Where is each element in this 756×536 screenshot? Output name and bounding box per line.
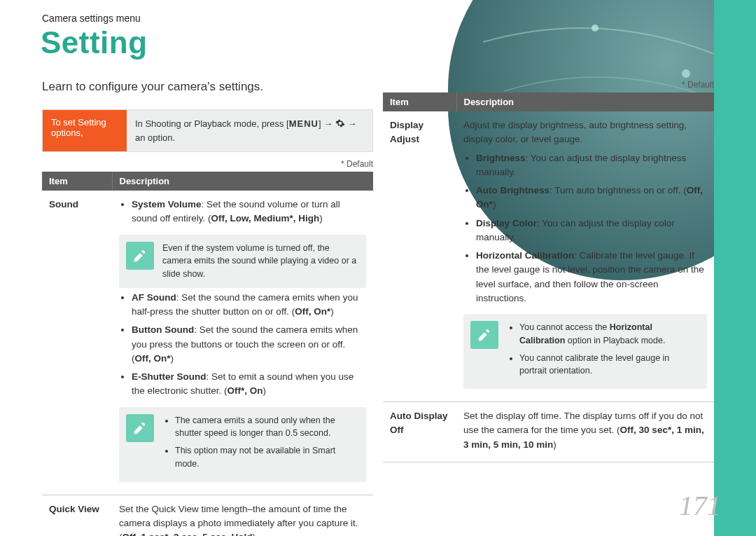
- pre: You cannot calibrate the level gauge in …: [519, 353, 669, 376]
- menu-key-icon: MENU: [289, 118, 318, 129]
- desc-quickview: Set the Quick View time length–the amoun…: [112, 495, 373, 536]
- setbox-mid: ] →: [318, 118, 335, 129]
- breadcrumb: Camera settings menu: [0, 0, 756, 24]
- setbox-pre: In Shooting or Playback mode, press [: [135, 118, 289, 129]
- note-text: Even if the system volume is turned off,…: [162, 243, 356, 280]
- lead-text: Adjust the display brightness, auto brig…: [463, 118, 707, 147]
- note-li: You cannot access the Horizontal Calibra…: [519, 321, 699, 348]
- label: System Volume: [132, 199, 202, 209]
- note-box: Even if the system volume is turned off,…: [119, 235, 366, 288]
- opts: Off, On*: [295, 306, 330, 317]
- label: Brightness: [476, 153, 526, 163]
- intro-text: Learn to configure your camera's setting…: [42, 80, 373, 94]
- table-row: Auto Display Off Set the display off tim…: [383, 402, 714, 462]
- gear-icon: [335, 117, 345, 131]
- opts: Off, On*: [135, 353, 171, 364]
- text: : Turn auto brightness on or off. (: [550, 185, 687, 195]
- tail: ): [171, 353, 174, 364]
- desc-display-adjust: Adjust the display brightness, auto brig…: [456, 111, 714, 402]
- tail: ): [493, 199, 496, 209]
- item-sound: Sound: [42, 191, 112, 495]
- th-item: Item: [383, 92, 456, 111]
- tail: ): [553, 439, 556, 450]
- set-options-body: In Shooting or Playback mode, press [MEN…: [127, 110, 372, 151]
- table-row: Display Adjust Adjust the display bright…: [383, 111, 714, 402]
- pen-icon: [126, 242, 154, 270]
- tail: ): [330, 306, 334, 317]
- desc-auto-display-off: Set the display off time. The display tu…: [456, 402, 714, 462]
- item-quickview: Quick View: [42, 495, 112, 536]
- page-title: Setting: [0, 24, 756, 60]
- opts: Off, Low, Medium*, High: [211, 213, 320, 224]
- right-options-table: Item Description Display Adjust Adjust t…: [383, 92, 714, 462]
- table-row: Sound System Volume: Set the sound volum…: [42, 191, 373, 495]
- set-options-label: To set Setting options,: [43, 110, 127, 151]
- opts: Off*, On: [227, 385, 263, 396]
- pen-icon: [126, 414, 154, 442]
- note-li: The camera emits a sound only when the s…: [175, 414, 358, 441]
- desc-sound: System Volume: Set the sound volume or t…: [112, 191, 373, 495]
- tail: ): [263, 385, 267, 396]
- note-li: This option may not be available in Smar…: [175, 444, 358, 471]
- item-auto-display-off: Auto Display Off: [383, 402, 456, 462]
- label: Display Color: [476, 218, 537, 228]
- opts: Off, 1 sec*, 3 sec, 5 sec, Hold: [122, 532, 253, 536]
- label: E-Shutter Sound: [132, 371, 206, 382]
- default-note-right: * Default: [383, 80, 714, 90]
- default-note-left: * Default: [42, 159, 373, 169]
- label: Horizontal Calibration: [476, 250, 574, 261]
- post: option in Playback mode.: [565, 336, 665, 345]
- note-box: The camera emits a sound only when the s…: [119, 407, 366, 482]
- tail: ): [253, 532, 256, 536]
- label: Auto Brightness: [476, 185, 550, 195]
- item-display-adjust: Display Adjust: [383, 111, 456, 402]
- label: AF Sound: [132, 292, 176, 303]
- note-li: You cannot calibrate the level gauge in …: [519, 352, 699, 378]
- note-box: You cannot access the Horizontal Calibra…: [463, 314, 707, 389]
- pre: You cannot access the: [519, 322, 610, 332]
- set-options-callout: To set Setting options, In Shooting or P…: [42, 109, 373, 152]
- th-desc: Description: [112, 172, 373, 191]
- pen-icon: [470, 321, 498, 349]
- left-options-table: Item Description Sound System Volume: Se…: [42, 172, 373, 536]
- label: Button Sound: [132, 324, 194, 335]
- tail: ): [319, 213, 323, 224]
- th-item: Item: [42, 172, 112, 191]
- th-desc: Description: [456, 92, 714, 111]
- table-row: Quick View Set the Quick View time lengt…: [42, 495, 373, 536]
